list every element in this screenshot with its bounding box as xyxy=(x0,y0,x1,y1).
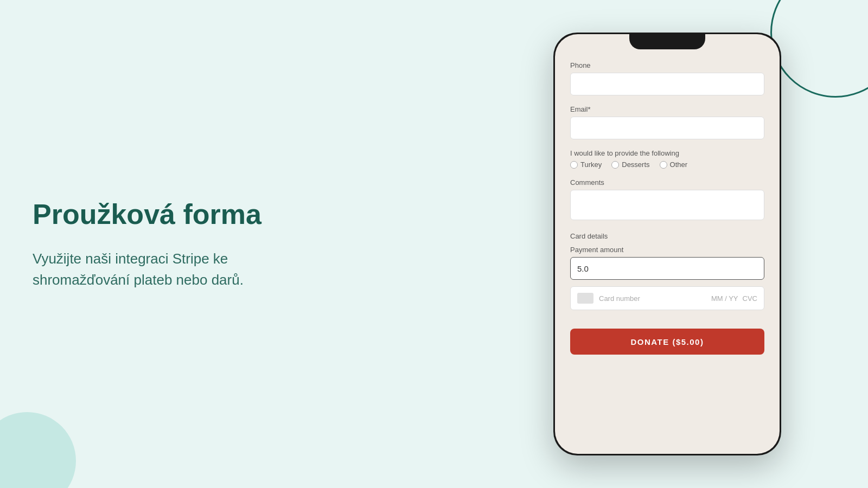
radio-label-desserts: Desserts xyxy=(622,160,649,169)
left-content: Proužková forma Využijte naši integraci … xyxy=(33,197,261,291)
radio-item-desserts[interactable]: Desserts xyxy=(611,160,649,169)
donate-button[interactable]: DONATE ($5.00) xyxy=(570,329,764,355)
page-subtitle: Využijte naši integraci Stripe keshromaž… xyxy=(33,248,261,291)
comments-label: Comments xyxy=(570,178,764,187)
phone-input[interactable] xyxy=(570,73,764,95)
card-icon xyxy=(577,293,593,304)
phone-inner: Phone Email* I would like to provide the… xyxy=(555,34,780,454)
radio-circle-other xyxy=(660,161,667,169)
card-left: Card number xyxy=(577,293,640,304)
radio-group: Turkey Desserts Other xyxy=(570,160,764,169)
phone-content: Phone Email* I would like to provide the… xyxy=(555,34,780,454)
bg-circle-top-right xyxy=(770,0,868,98)
radio-item-other[interactable]: Other xyxy=(660,160,688,169)
card-details-label: Card details xyxy=(570,232,764,240)
comments-group: Comments xyxy=(570,178,764,222)
phone-label: Phone xyxy=(570,61,764,69)
radio-item-turkey[interactable]: Turkey xyxy=(570,160,602,169)
card-row[interactable]: Card number MM / YY CVC xyxy=(570,286,764,310)
payment-amount-group: Payment amount xyxy=(570,246,764,280)
provide-label: I would like to provide the following xyxy=(570,149,764,157)
card-right: MM / YY CVC xyxy=(711,294,757,303)
card-cvc: CVC xyxy=(743,294,757,303)
phone-notch xyxy=(629,34,705,49)
email-input[interactable] xyxy=(570,117,764,139)
card-number-placeholder: Card number xyxy=(599,294,640,303)
phone-group: Phone xyxy=(570,61,764,95)
comments-input[interactable] xyxy=(570,190,764,220)
card-details-group: Card details Payment amount Card number … xyxy=(570,232,764,310)
provide-group: I would like to provide the following Tu… xyxy=(570,149,764,169)
radio-circle-desserts xyxy=(611,161,619,169)
radio-label-other: Other xyxy=(670,160,688,169)
bg-circle-bottom-left xyxy=(0,412,76,488)
card-expiry: MM / YY xyxy=(711,294,738,303)
payment-amount-input[interactable] xyxy=(570,257,764,280)
phone-mockup: Phone Email* I would like to provide the… xyxy=(553,33,781,455)
email-label: Email* xyxy=(570,105,764,113)
payment-amount-label: Payment amount xyxy=(570,246,764,254)
page-title: Proužková forma xyxy=(33,197,261,231)
radio-circle-turkey xyxy=(570,161,578,169)
email-group: Email* xyxy=(570,105,764,139)
radio-label-turkey: Turkey xyxy=(580,160,602,169)
